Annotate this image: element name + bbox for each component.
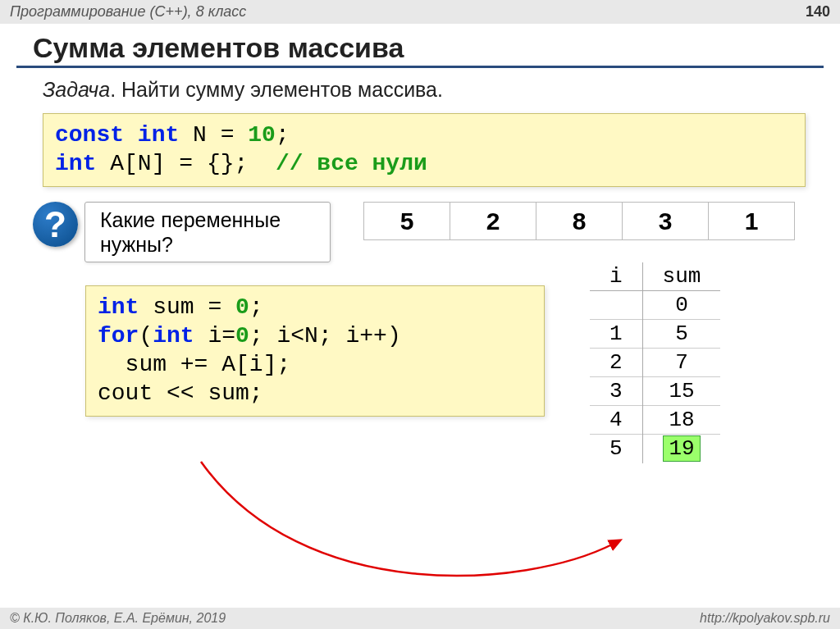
- var-sum: sum: [153, 294, 194, 320]
- num-0b: 0: [235, 323, 249, 349]
- arr-cell: 3: [623, 203, 709, 240]
- page-number: 140: [806, 3, 830, 21]
- arr-cell: 1: [709, 203, 795, 240]
- cell-i: 2: [590, 349, 642, 377]
- kw-const: const: [55, 122, 124, 148]
- bottom-row: int sum = 0; for(int i=0; i<N; i++) sum …: [43, 262, 840, 463]
- semi: ;: [276, 122, 290, 148]
- table-row: 519: [590, 435, 720, 463]
- table-row: 15: [590, 320, 720, 349]
- braces: {}: [207, 151, 235, 176]
- slide-title: Сумма элементов массива: [33, 32, 807, 64]
- comment: // все нули: [276, 151, 427, 176]
- th-i: i: [590, 262, 642, 291]
- arr-cell: 5: [364, 203, 450, 240]
- num-0: 0: [235, 294, 249, 320]
- eq2: =: [179, 151, 193, 176]
- code-block-1: const int N = 10; int A[N] = {}; // все …: [43, 113, 806, 187]
- slide-footer: © К.Ю. Поляков, Е.А. Ерёмин, 2019 http:/…: [0, 608, 840, 629]
- code-block-2: int sum = 0; for(int i=0; i<N; i++) sum …: [85, 285, 545, 417]
- kw-int4: int: [153, 323, 194, 349]
- var-n: N: [193, 122, 207, 148]
- slide-header: Программирование (C++), 8 класс 140: [0, 0, 840, 24]
- cell-i: 5: [590, 435, 642, 463]
- mid-row: ? Какие переменные нужны? 5 2 8 3 1: [33, 202, 840, 262]
- semi3: ;: [249, 294, 263, 320]
- trace-table: isum 0 15 27 315 418 519: [590, 262, 720, 463]
- task-body: . Найти сумму элементов массива.: [110, 78, 443, 101]
- cell-sum: 5: [642, 320, 720, 349]
- kw-for: for: [98, 323, 139, 349]
- cell-sum: 18: [642, 406, 720, 435]
- cell-i: 3: [590, 377, 642, 406]
- cell-sum: 15: [642, 377, 720, 406]
- eq3: =: [208, 294, 221, 320]
- kw-int: int: [138, 122, 179, 148]
- for-cond: ; i<N; i++): [249, 323, 401, 349]
- i-init: i=: [208, 323, 235, 349]
- cell-i: 4: [590, 406, 642, 435]
- paren: (: [139, 323, 153, 349]
- table-row: 27: [590, 349, 720, 377]
- arrow-connector: [197, 458, 648, 589]
- cout-line: cout << sum;: [98, 381, 263, 406]
- question-box: Какие переменные нужны?: [84, 202, 331, 262]
- cell-sum: 0: [642, 291, 720, 320]
- num-10: 10: [248, 122, 276, 148]
- cell-sum: 19: [642, 435, 720, 463]
- table-row: 0: [590, 291, 720, 320]
- title-underline: [16, 66, 824, 68]
- table-row: 418: [590, 406, 720, 435]
- cell-i: [590, 291, 642, 320]
- kw-int2: int: [55, 151, 96, 176]
- semi2: ;: [235, 151, 249, 176]
- question-mark-icon: ?: [33, 202, 78, 247]
- task-label: Задача: [43, 78, 110, 101]
- cell-sum: 7: [642, 349, 720, 377]
- highlighted-result: 19: [663, 435, 700, 462]
- table-row: 315: [590, 377, 720, 406]
- array-values-table: 5 2 8 3 1: [363, 202, 795, 240]
- task-text: Задача. Найти сумму элементов массива.: [43, 78, 807, 102]
- for-body: sum += A[i];: [98, 352, 290, 377]
- kw-int3: int: [98, 294, 139, 320]
- arr-decl: A[N]: [110, 151, 165, 176]
- footer-copyright: © К.Ю. Поляков, Е.А. Ерёмин, 2019: [10, 611, 226, 626]
- cell-i: 1: [590, 320, 642, 349]
- th-sum: sum: [642, 262, 720, 291]
- header-course: Программирование (C++), 8 класс: [10, 3, 246, 21]
- footer-url: http://kpolyakov.spb.ru: [700, 611, 830, 626]
- eq: =: [221, 122, 235, 148]
- arr-cell: 2: [450, 203, 536, 240]
- arr-cell: 8: [536, 203, 623, 240]
